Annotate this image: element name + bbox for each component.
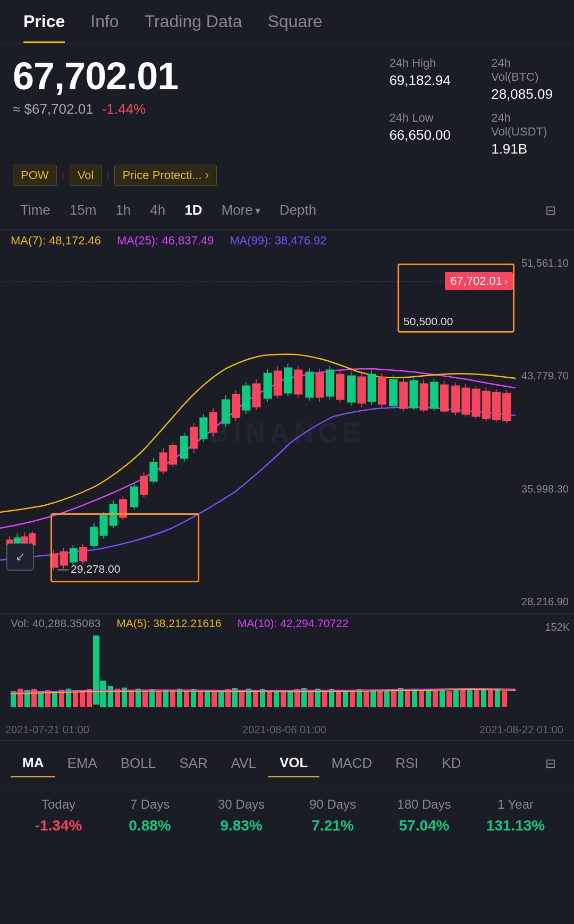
perf-value-7d: 0.88% (104, 817, 196, 834)
svg-rect-153 (391, 689, 396, 707)
indicator-tabs: MA EMA BOLL SAR AVL VOL MACD RSI KD ⊟ (0, 740, 574, 786)
svg-rect-98 (93, 635, 99, 705)
ma-indicators-row: MA(7): 48,172.46 MA(25): 46,837.49 MA(99… (0, 230, 574, 252)
ma25-indicator: MA(25): 46,837.49 (117, 234, 214, 248)
svg-rect-121 (170, 690, 175, 707)
svg-rect-137 (281, 691, 286, 707)
svg-rect-61 (316, 373, 324, 397)
svg-rect-127 (212, 691, 217, 707)
ind-tab-kd[interactable]: KD (430, 750, 472, 777)
svg-rect-49 (252, 384, 260, 407)
svg-rect-37 (190, 427, 198, 448)
time-item-15m[interactable]: 15m (60, 197, 106, 224)
svg-rect-168 (495, 689, 500, 707)
volume-area: Vol: 40,288.35083 MA(5): 38,212.21616 MA… (0, 613, 574, 719)
svg-rect-109 (80, 690, 85, 707)
svg-rect-136 (274, 690, 279, 707)
svg-rect-69 (358, 377, 366, 403)
svg-rect-125 (198, 691, 203, 707)
svg-rect-100 (18, 689, 23, 707)
time-item-more[interactable]: More ▾ (212, 197, 269, 224)
svg-rect-148 (357, 689, 362, 707)
perf-header-90d: 90 Days (287, 797, 378, 812)
tag-pow[interactable]: POW (13, 165, 57, 186)
vol-usdt-value: 1.91B (491, 141, 561, 157)
time-item-1d[interactable]: 1D (175, 197, 212, 224)
time-item-depth[interactable]: Depth (270, 197, 326, 224)
ind-tab-boll[interactable]: BOLL (109, 750, 168, 777)
svg-rect-111 (100, 681, 106, 707)
svg-rect-163 (460, 689, 466, 707)
ind-tab-ma[interactable]: MA (11, 749, 55, 777)
svg-rect-152 (384, 690, 390, 707)
perf-header-180d: 180 Days (378, 797, 470, 812)
vol-max-label: 152K (545, 621, 570, 633)
perf-headers-row: Today -1.34% 7 Days 0.88% 30 Days 9.83% … (13, 797, 561, 834)
svg-rect-135 (267, 691, 272, 707)
date-label-2: 2021-08-06 01:00 (242, 724, 326, 736)
vol-ma-row: Vol: 40,288.35083 MA(5): 38,212.21616 MA… (0, 614, 574, 633)
ind-tab-rsi[interactable]: RSI (384, 750, 430, 777)
indicator-settings-icon[interactable]: ⊟ (538, 751, 563, 776)
svg-rect-41 (209, 412, 217, 433)
svg-rect-123 (184, 690, 189, 707)
tag-price-protect[interactable]: Price Protecti... › (114, 165, 216, 186)
low-label: 24h Low (389, 111, 459, 125)
svg-rect-67 (348, 376, 356, 402)
time-item-4h[interactable]: 4h (140, 197, 175, 224)
price-usd: ≈ $67,702.01 (13, 101, 94, 117)
volume-chart (0, 633, 516, 715)
svg-rect-117 (142, 690, 148, 707)
vol-btc-value: 28,085.09 (491, 86, 561, 103)
svg-rect-43 (222, 400, 230, 423)
tab-price[interactable]: Price (11, 0, 78, 43)
ind-tab-ema[interactable]: EMA (55, 750, 108, 777)
perf-value-1y: 131.13% (470, 817, 561, 834)
price-level-4: 28,216.90 (516, 596, 574, 608)
price-level-1: 51,561.10 (516, 257, 574, 269)
svg-rect-164 (467, 688, 472, 707)
ind-tab-macd[interactable]: MACD (319, 750, 384, 777)
svg-rect-93 (482, 391, 490, 419)
svg-rect-143 (322, 690, 327, 707)
svg-rect-33 (169, 445, 176, 464)
svg-rect-47 (242, 386, 250, 410)
chart-settings-icon[interactable]: ⊟ (538, 198, 563, 223)
vol-ma10: MA(10): 42,294.70722 (238, 617, 349, 630)
time-item-1h[interactable]: 1h (106, 197, 140, 224)
price-header: 67,702.01 ≈ $67,702.01 -1.44% 24h High 6… (0, 44, 574, 191)
low-value: 66,650.00 (389, 127, 459, 143)
svg-rect-133 (253, 690, 258, 707)
ind-tab-vol[interactable]: VOL (268, 749, 319, 777)
perf-header-1y: 1 Year (470, 797, 561, 812)
svg-rect-27 (140, 476, 148, 495)
price-level-2: 43,779.70 (516, 370, 574, 382)
vol-label: Vol: 40,288.35083 (11, 617, 100, 630)
ind-tab-sar[interactable]: SAR (167, 750, 219, 777)
svg-rect-118 (149, 689, 155, 707)
svg-rect-75 (390, 379, 398, 406)
vol-ma5: MA(5): 38,212.21616 (116, 617, 221, 630)
svg-rect-83 (430, 382, 438, 409)
svg-rect-120 (163, 690, 168, 707)
tab-square[interactable]: Square (255, 0, 335, 43)
svg-rect-160 (440, 690, 445, 707)
svg-rect-55 (284, 368, 292, 393)
svg-rect-162 (453, 690, 459, 707)
svg-rect-97 (503, 393, 511, 421)
svg-rect-157 (419, 690, 424, 707)
vol-btc-label: 24h Vol(BTC) (491, 56, 561, 84)
svg-rect-29 (150, 462, 157, 481)
svg-rect-167 (488, 690, 493, 707)
tab-info[interactable]: Info (78, 0, 131, 43)
ind-tab-avl[interactable]: AVL (220, 750, 268, 777)
tag-vol[interactable]: Vol (70, 165, 102, 186)
perf-value-180d: 57.04% (378, 817, 470, 834)
chart-area[interactable]: BINANCE 51,561.10 43,779.70 35,998.30 28… (0, 252, 574, 613)
price-labels: 51,561.10 43,779.70 35,998.30 28,216.90 (516, 252, 574, 613)
expand-chart-icon[interactable]: ↙ (6, 543, 34, 571)
svg-rect-151 (377, 691, 383, 707)
time-item-time[interactable]: Time (11, 197, 60, 224)
svg-rect-159 (433, 691, 438, 707)
tab-trading-data[interactable]: Trading Data (132, 0, 255, 43)
